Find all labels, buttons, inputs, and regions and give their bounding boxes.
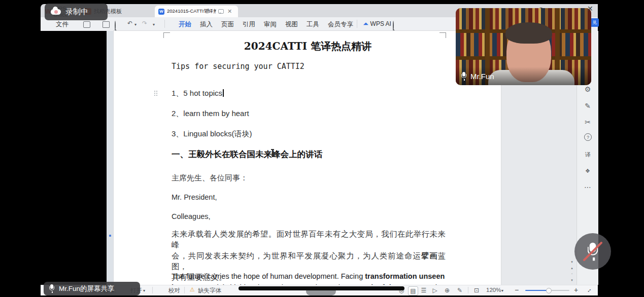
doc-line-colleagues: Colleagues,: [172, 212, 211, 220]
wps-ai-button[interactable]: ⏶ WPS AI: [363, 20, 391, 27]
window-close-icon[interactable]: ✕: [587, 5, 593, 13]
left-black-panel: [41, 31, 107, 285]
doc-salutation: 主席先生、各位同事：: [172, 173, 248, 183]
doc-list-item-1: 1、5 hot topics: [172, 89, 224, 98]
menu-bar: 开始 插入 页面 引用 审阅 视图 工具 会员专享: [178, 20, 354, 29]
mic-icon: [461, 72, 467, 81]
doc-subtitle: Tips for securing your CATTI2: [172, 62, 304, 71]
divider: [152, 287, 153, 293]
tab-document[interactable]: W 20241015-CATTI笔译热点精… ✕: [155, 6, 238, 17]
divider: [184, 287, 185, 293]
webcam-name: Mr.Fun: [470, 72, 494, 81]
menu-reference[interactable]: 引用: [242, 20, 256, 29]
new-tab-button[interactable]: +: [206, 6, 210, 14]
zoom-level[interactable]: 120%: [486, 287, 501, 293]
menu-page[interactable]: 页面: [220, 20, 235, 29]
web-layout-icon[interactable]: ⊕: [443, 286, 452, 294]
webcam-video[interactable]: Mr.Fun: [456, 8, 591, 85]
recording-badge: 录制中: [45, 4, 108, 20]
pen-annotate-icon[interactable]: ✎: [455, 286, 464, 294]
search-icon[interactable]: [393, 21, 394, 30]
save-icon[interactable]: [83, 21, 90, 28]
format-brush-icon[interactable]: ✎: [583, 101, 593, 111]
cloud-recording-icon: [51, 9, 61, 15]
redo-icon[interactable]: ↷: [142, 20, 147, 26]
text-caret: [223, 89, 224, 97]
doc-en-paragraph: The future carries the hope of human dev…: [172, 271, 448, 285]
doc-list-item-3: 3、Lingual blocks(语块): [172, 129, 252, 139]
anchor-dot: [109, 235, 111, 237]
undo-chevron-icon[interactable]: ▾: [134, 22, 137, 27]
doc-line-president: Mr. President,: [172, 193, 217, 201]
zoom-out-button[interactable]: −: [515, 286, 519, 294]
divider: [468, 287, 468, 293]
missing-font-button[interactable]: 缺失字体: [198, 287, 221, 294]
file-menu[interactable]: 文件: [56, 20, 69, 29]
screen-share-badge: Mr.Fun的屏幕共享: [44, 282, 140, 295]
find-replace-icon[interactable]: [115, 21, 116, 30]
webcam-label-strip: Mr.Fun: [456, 67, 591, 85]
prev-page-icon[interactable]: ▴: [568, 266, 575, 270]
divider: [357, 20, 357, 28]
warning-icon: ⚠: [190, 286, 195, 293]
zoom-track-filled[interactable]: [525, 290, 548, 291]
skin-theme-icon[interactable]: ❖: [583, 166, 593, 176]
close-tab-icon[interactable]: ✕: [227, 8, 232, 15]
play-presentation-icon[interactable]: ▷: [430, 286, 439, 294]
help-icon[interactable]: ?: [584, 133, 592, 141]
browse-object-icon[interactable]: ▫: [568, 272, 575, 275]
scroll-up-icon[interactable]: ▾: [568, 260, 575, 264]
toolbar-chevron-icon[interactable]: ▾: [153, 22, 155, 27]
settings-sliders-icon[interactable]: ⚙: [583, 84, 593, 94]
outline-view-icon[interactable]: ☰: [419, 286, 428, 294]
translate-icon[interactable]: 译: [583, 150, 593, 160]
menu-review[interactable]: 审阅: [263, 20, 278, 29]
mute-button[interactable]: [574, 233, 611, 270]
tools-scissors-icon[interactable]: ✂: [583, 117, 593, 127]
more-icon[interactable]: ⋯: [583, 182, 593, 192]
screen-share-label: Mr.Fun的屏幕共享: [59, 284, 115, 293]
fullscreen-icon[interactable]: ↔: [584, 285, 593, 294]
fit-page-icon[interactable]: ⊡: [472, 286, 481, 294]
menu-tools[interactable]: 工具: [306, 20, 320, 29]
tab-list-chevron-icon[interactable]: ▾: [214, 8, 216, 13]
doc-heading: 一、王毅外长在联合国未来峰会上的讲话: [172, 149, 322, 160]
meeting-screen: W WPS Office D 找稻壳模板 W 20241015-CATTI笔译热…: [0, 0, 644, 297]
undo-icon[interactable]: ↶: [127, 20, 132, 26]
margin-mark-right: [439, 32, 446, 38]
proofread-button[interactable]: 校对: [168, 287, 180, 294]
menu-home[interactable]: 开始: [178, 20, 192, 29]
margin-mark-left: [163, 32, 170, 38]
menu-member[interactable]: 会员专享: [327, 20, 354, 29]
zoom-slider-knob[interactable]: [546, 288, 552, 293]
mic-icon: [49, 284, 55, 293]
menu-view[interactable]: 视图: [284, 20, 299, 29]
comment-bubble-icon: [218, 9, 224, 14]
spellcheck-chevron-icon[interactable]: ▾: [143, 288, 145, 293]
ibeam-cursor: [272, 150, 273, 155]
redaction-bar: [239, 286, 404, 290]
promo-badge[interactable]: 兑: [590, 18, 599, 27]
page-view-icon[interactable]: ▤: [408, 286, 418, 295]
doc-list-item-2: 2、learn them by heart: [172, 109, 249, 119]
left-margin-strip: [107, 31, 114, 285]
wps-ai-icon: ⏶: [363, 20, 368, 27]
zoom-in-button[interactable]: +: [574, 286, 578, 294]
doc-title: 2024CATTI 笔译热点精讲: [172, 40, 444, 53]
print-icon[interactable]: [103, 21, 110, 28]
zoom-chevron-icon[interactable]: ▾: [501, 288, 503, 293]
document-page[interactable]: 2024CATTI 笔译热点精讲 Tips for securing your …: [114, 31, 501, 285]
menu-insert[interactable]: 插入: [199, 20, 214, 29]
word-doc-icon: W: [158, 9, 164, 15]
paragraph-drag-handle[interactable]: [154, 91, 155, 92]
next-page-icon[interactable]: ▾: [568, 278, 575, 282]
divider: [164, 20, 165, 28]
recording-label: 录制中: [65, 7, 88, 17]
